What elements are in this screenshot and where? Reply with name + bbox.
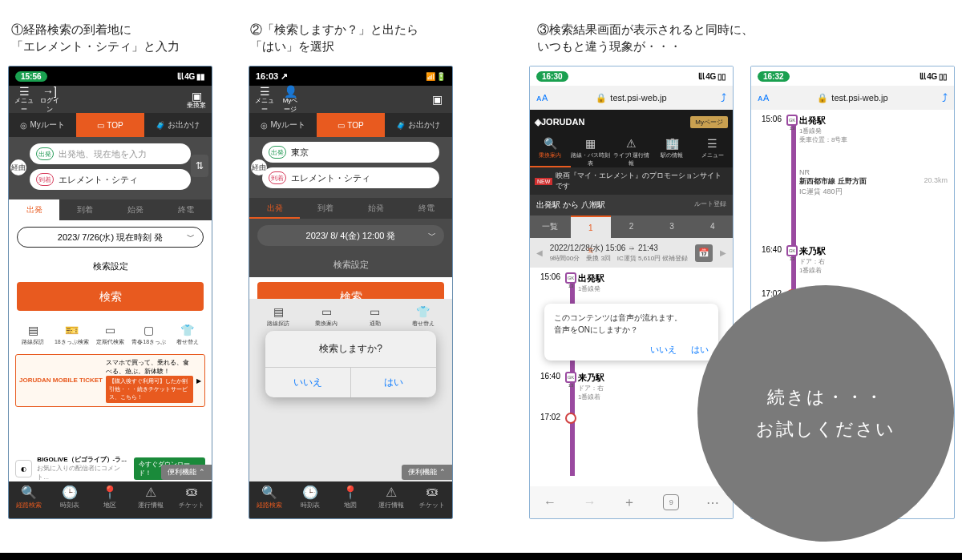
share-icon[interactable]: ⤴ (942, 91, 948, 104)
bn-info[interactable]: ⚠運行情報 (371, 481, 412, 518)
feat-1[interactable]: ▤路線探訪 (15, 324, 51, 346)
bn-timetable[interactable]: 🕒時刻表 (290, 481, 331, 518)
more-icon[interactable]: ⋯ (706, 495, 719, 510)
from-input[interactable]: 出発東京 (262, 142, 439, 163)
rtab-2[interactable]: 2早 (611, 216, 652, 238)
jn-station[interactable]: 🏢駅の情報 (652, 134, 693, 167)
modal-no-button[interactable]: いいえ (650, 344, 677, 356)
app-header: ☰メニュー →]ログイン ▣乗換案 ◎ Myルート ▭ TOP 🧳 お出かけ 経… (9, 86, 212, 199)
subtab-arr[interactable]: 到着 (59, 199, 110, 220)
teaser-circle: 続きは・・・ お試しください (697, 285, 954, 542)
subtab-arr[interactable]: 到着 (300, 198, 350, 219)
feat-3[interactable]: ▭通勤 (353, 305, 398, 328)
jn-live[interactable]: ⚠ライブ! 運行情報 (611, 134, 652, 167)
url-bar[interactable]: ᴀA 🔒test.psi-web.jp ⤴ (751, 86, 954, 110)
via-button[interactable]: 経由 (251, 159, 267, 175)
bn-area[interactable]: 📍地区 (90, 481, 131, 518)
jn-menu[interactable]: ☰メニュー (692, 134, 733, 167)
util-tag[interactable]: 便利機能 ⌃ (161, 465, 212, 480)
datetime-select[interactable]: 2023/ 7/26(水) 現在時刻 発﹀ (17, 227, 204, 248)
menu-icon[interactable]: ☰メニュー (14, 85, 34, 114)
menu-icon[interactable]: ☰メニュー (254, 85, 275, 114)
jn-timetable[interactable]: ▦路線・バス時刻表 (571, 134, 612, 167)
black-bar (0, 553, 962, 560)
feat-4[interactable]: 👕着せ替え (401, 305, 446, 328)
status-time: 16:03 ↗ (256, 71, 288, 82)
util-tag[interactable]: 便利機能 ⌃ (402, 465, 452, 480)
login-icon[interactable]: →]ログイン (39, 85, 60, 114)
search-button[interactable]: 検索 (17, 282, 204, 311)
subtab-last[interactable]: 終電 (161, 199, 212, 220)
station-1[interactable]: 出発駅 (578, 272, 726, 284)
subtab-last[interactable]: 終電 (402, 198, 452, 219)
brand-logo[interactable]: ◈JORUDAN (535, 117, 584, 127)
rtab-1[interactable]: 1安 (571, 216, 612, 238)
station-2[interactable]: 来乃駅 (799, 245, 948, 257)
to-input[interactable]: 到着エレメント・シティ (30, 169, 191, 190)
jorudan-nav: 🔍乗換案内 ▦路線・バス時刻表 ⚠ライブ! 運行情報 🏢駅の情報 ☰メニュー (530, 134, 733, 167)
ticket-icon[interactable]: ▣乗換案 (186, 90, 207, 110)
datetime-select[interactable]: 2023/ 8/ 4(金) 12:00 発﹀ (257, 225, 444, 246)
rtab-4[interactable]: 4 (692, 216, 733, 238)
feat-2[interactable]: ▭乗換案内 (304, 305, 349, 328)
modal-yes-button[interactable]: はい (351, 368, 436, 397)
feat-2[interactable]: 🎫18きっぷ検索 (54, 324, 89, 346)
url-bar[interactable]: ᴀA 🔒test.psi-web.jp ⤴ (530, 86, 733, 110)
newtab-icon[interactable]: ＋ (623, 494, 636, 511)
search-settings-link[interactable]: 検索設定 (249, 252, 452, 277)
node-1: GK13 (786, 115, 798, 126)
text-size-icon[interactable]: ᴀA (758, 93, 769, 103)
result-tabs: 一覧 1安 2早 3 4 (530, 216, 733, 238)
calendar-icon[interactable]: 📅 (695, 244, 713, 262)
feat-4[interactable]: ▢青春18きっぷ (131, 324, 167, 346)
swap-icon[interactable]: ⇅ (191, 155, 208, 177)
via-button[interactable]: 経由 (10, 159, 26, 175)
mypage-icon[interactable]: 👤Myページ (280, 85, 301, 114)
text-size-icon[interactable]: ᴀA (536, 93, 548, 103)
subtab-dep[interactable]: 出発 (9, 199, 59, 220)
bn-route[interactable]: 🔍経路検索 (249, 481, 290, 518)
feat-5[interactable]: 👕着せ替え (170, 324, 205, 346)
modal-yes-button[interactable]: はい (691, 344, 709, 356)
fwd-icon[interactable]: → (584, 495, 596, 510)
tab-top[interactable]: ▭ TOP (76, 113, 143, 137)
mypage-button[interactable]: Myページ (690, 116, 728, 128)
bn-route[interactable]: 🔍経路検索 (9, 481, 50, 518)
ad-banner-1[interactable]: JORUDAN MOBILE TICKET スマホで買って、乗れる、食べる、遊ぶ… (15, 354, 205, 407)
subtab-first[interactable]: 始発 (111, 199, 161, 220)
line-info-1[interactable]: NR新西都市線 丘野方面 20.3kmIC運賃 480円 (799, 168, 948, 197)
rtab-3[interactable]: 3 (652, 216, 693, 238)
search-settings-link[interactable]: 検索設定 (9, 254, 212, 279)
tab-myroute[interactable]: ◎ Myルート (9, 113, 76, 137)
bn-timetable[interactable]: 🕒時刻表 (50, 481, 91, 518)
bn-ticket[interactable]: 🎟チケット (171, 481, 212, 518)
bn-info[interactable]: ⚠運行情報 (131, 481, 172, 518)
rtab-list[interactable]: 一覧 (530, 216, 571, 238)
from-input[interactable]: 出発出発地、現在地を入力 (30, 143, 191, 164)
route-register[interactable]: ルート登録 (694, 199, 726, 211)
tabs-icon[interactable]: 9 (663, 494, 679, 510)
ticket-icon[interactable]: ▣ (426, 93, 447, 106)
tab-top[interactable]: ▭ TOP (317, 113, 384, 137)
subtab-first[interactable]: 始発 (351, 198, 402, 219)
to-input[interactable]: 到着エレメント・シティ (262, 167, 439, 188)
tab-myroute[interactable]: ◎ Myルート (249, 113, 317, 137)
feat-1[interactable]: ▤路線探訪 (256, 305, 301, 328)
next-button[interactable]: ▶ (720, 248, 726, 257)
tab-odekake[interactable]: 🧳 お出かけ (385, 113, 452, 137)
feat-3[interactable]: ▭定期代検索 (92, 324, 127, 346)
news-line[interactable]: NEW映画『マイ・エレメント』のプロモーションサイトです (530, 167, 733, 195)
station-1[interactable]: 出発駅 (799, 115, 948, 127)
bn-ticket[interactable]: 🎟チケット (411, 481, 452, 518)
tab-odekake[interactable]: 🧳 お出かけ (144, 113, 212, 137)
prev-button[interactable]: ◀ (536, 248, 543, 257)
status-time: 16:30 (536, 71, 568, 82)
bottom-nav: 🔍経路検索 🕒時刻表 📍地区 ⚠運行情報 🎟チケット (9, 481, 212, 518)
confirm-modal: 検索しますか? いいえ はい (265, 331, 436, 397)
bn-map[interactable]: 📍地図 (330, 481, 371, 518)
back-icon[interactable]: ← (544, 495, 556, 510)
subtab-dep[interactable]: 出発 (249, 198, 300, 219)
share-icon[interactable]: ⤴ (721, 91, 726, 104)
modal-no-button[interactable]: いいえ (265, 368, 351, 397)
jn-transfer[interactable]: 🔍乗換案内 (530, 134, 571, 167)
